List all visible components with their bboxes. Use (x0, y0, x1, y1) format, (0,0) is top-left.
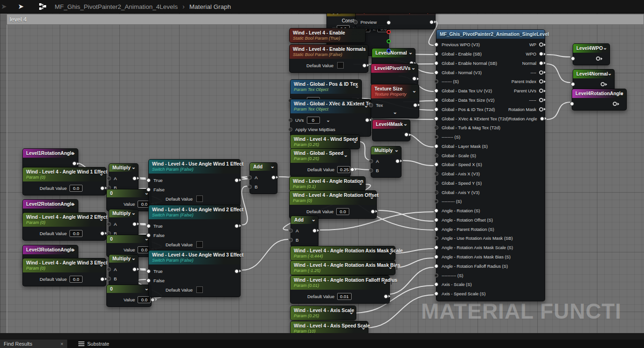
connected-pin[interactable] (132, 267, 137, 271)
tab-substrate[interactable]: Substrate (78, 341, 109, 347)
value-box[interactable]: 0 (307, 117, 320, 124)
chevron-down-icon[interactable]: ⌄ (132, 164, 136, 170)
add-2[interactable]: Add⌄AB (291, 216, 319, 247)
connected-pin[interactable] (412, 77, 416, 81)
connected-pin[interactable] (434, 42, 438, 47)
pin[interactable] (248, 185, 252, 189)
connected-pin[interactable] (434, 292, 438, 296)
output-pin[interactable] (384, 294, 392, 299)
node-header[interactable]: Multiply⌄ (109, 209, 138, 217)
node-header[interactable]: Wind - Level 4 - Wind SpeedParam (0.25)⌄ (291, 135, 360, 149)
output-pin[interactable] (413, 103, 421, 107)
pin[interactable] (387, 39, 391, 43)
value-box[interactable]: 0.0 (69, 276, 83, 283)
node-header[interactable]: Wind - Level 4 - Use Angle Wind 3 Effect… (149, 251, 240, 264)
node-header[interactable]: Multiply⌄ (371, 146, 401, 154)
connected-pin[interactable] (384, 294, 388, 299)
chevron-down-icon[interactable]: ⌄ (353, 138, 357, 144)
node-header[interactable]: Level4PivotUVs⌄ (371, 64, 418, 73)
connected-pin[interactable] (434, 264, 438, 268)
node-header[interactable]: Add⌄ (250, 163, 277, 171)
pin[interactable] (369, 159, 373, 163)
node-header[interactable]: Level4RotationAngle⌄ (572, 89, 626, 98)
pin[interactable] (434, 153, 438, 158)
output-pin[interactable] (539, 42, 547, 47)
connected-pin[interactable] (540, 117, 544, 121)
chevron-down-icon[interactable]: ⌄ (364, 103, 368, 109)
connected-pin[interactable] (132, 222, 137, 226)
connected-pin[interactable] (434, 282, 438, 286)
connected-pin[interactable] (539, 61, 543, 65)
connected-pin[interactable] (146, 224, 151, 228)
output-pin[interactable] (132, 176, 140, 181)
connected-pin[interactable] (146, 233, 151, 237)
chevron-down-icon[interactable]: ⌄ (370, 194, 374, 200)
pin[interactable] (107, 176, 111, 181)
connected-pin[interactable] (413, 103, 417, 107)
output-pin[interactable] (395, 159, 403, 163)
connected-pin[interactable] (434, 218, 438, 222)
output-pin[interactable] (271, 175, 279, 180)
pin[interactable] (601, 82, 605, 86)
connected-pin[interactable] (100, 186, 104, 190)
chevron-down-icon[interactable]: ⌄ (312, 216, 316, 222)
output-pin[interactable] (235, 269, 242, 273)
pin[interactable] (434, 273, 438, 278)
chevron-down-icon[interactable]: ⌄ (71, 246, 76, 252)
pin[interactable] (434, 199, 438, 203)
node-header[interactable]: Wind - Level 4 - Angle Rotation Axis Mas… (291, 246, 395, 260)
node-header[interactable]: Wind - Global - SpeedParam (0.25)⌄ (291, 149, 350, 163)
output-pin[interactable] (151, 298, 159, 302)
mf-ghis-pivotpainter2-animation-singlelevel[interactable]: MF_Ghis_PivotPainter2_Animation_SingleLe… (436, 29, 545, 301)
level4-pivot-uvs[interactable]: Level4PivotUVs⌄ (371, 63, 418, 85)
breadcrumb-current[interactable]: Material Graph (189, 3, 231, 10)
output-pin[interactable] (404, 132, 412, 137)
connected-pin[interactable] (312, 229, 317, 233)
node-header[interactable]: Wind - Level 4 - Angle Rotation Axis Mas… (291, 261, 395, 275)
connected-pin[interactable] (100, 231, 104, 236)
wind-global-xvec-xextent-tex[interactable]: Wind - Global - XVec & XExtent TexParam … (290, 99, 371, 137)
node-header[interactable]: Texture SizeTexture Property⌄ (371, 84, 419, 98)
checkbox[interactable] (196, 195, 203, 202)
chevron-down-icon[interactable]: ⌄ (371, 110, 419, 116)
wind-level4-enable-normals[interactable]: Wind - Level 4 - Enable NormalsStatic Bo… (289, 44, 368, 73)
pin[interactable] (248, 175, 252, 180)
chevron-down-icon[interactable]: ⌄ (326, 118, 330, 123)
chevron-down-icon[interactable]: ⌄ (412, 88, 416, 94)
checkbox[interactable] (337, 62, 344, 69)
pin[interactable] (596, 56, 600, 61)
pin[interactable] (107, 222, 111, 226)
connected-pin[interactable] (387, 21, 391, 25)
node-header[interactable]: Multiply⌄ (109, 255, 138, 263)
connected-pin[interactable] (434, 162, 438, 167)
node-header[interactable]: Wind - Level 4 - Use Angle Wind 2 Effect… (149, 205, 240, 219)
output-pin[interactable] (235, 178, 242, 182)
pin[interactable] (539, 79, 543, 84)
level4-normal[interactable]: Level4Normal⌄ (573, 69, 615, 91)
pin[interactable] (353, 20, 358, 24)
connected-pin[interactable] (571, 56, 575, 61)
chevron-down-icon[interactable]: ⌄ (603, 44, 607, 50)
texture-size[interactable]: Texture SizeTexture Property⌄Tex⌄ (371, 84, 419, 118)
connected-pin[interactable] (100, 277, 104, 281)
connected-pin[interactable] (151, 298, 155, 302)
pin[interactable] (434, 172, 438, 176)
pin[interactable] (539, 89, 543, 93)
output-pin[interactable] (350, 167, 358, 172)
node-header[interactable]: Wind - Level 4 - Angle Wind 1 EffectPara… (23, 167, 106, 181)
output-pin[interactable] (396, 265, 397, 271)
chevron-down-icon[interactable]: ⌄ (411, 64, 415, 70)
back-arrow-icon[interactable]: ➤ (1, 0, 7, 13)
connected-pin[interactable] (362, 63, 367, 68)
pin[interactable] (107, 267, 111, 271)
output-pin[interactable] (539, 61, 547, 65)
connected-pin[interactable] (72, 161, 76, 166)
output-pin[interactable] (539, 52, 547, 56)
pin[interactable] (539, 70, 543, 75)
value-box[interactable]: 0.0 (69, 185, 83, 192)
chevron-down-icon[interactable]: ⌄ (270, 163, 275, 169)
output-pin[interactable] (312, 229, 320, 233)
constant-zero-1[interactable]: 0⌄Value0.0 (106, 189, 152, 211)
chevron-down-icon[interactable]: ⌄ (132, 255, 136, 261)
pin[interactable] (539, 98, 543, 102)
